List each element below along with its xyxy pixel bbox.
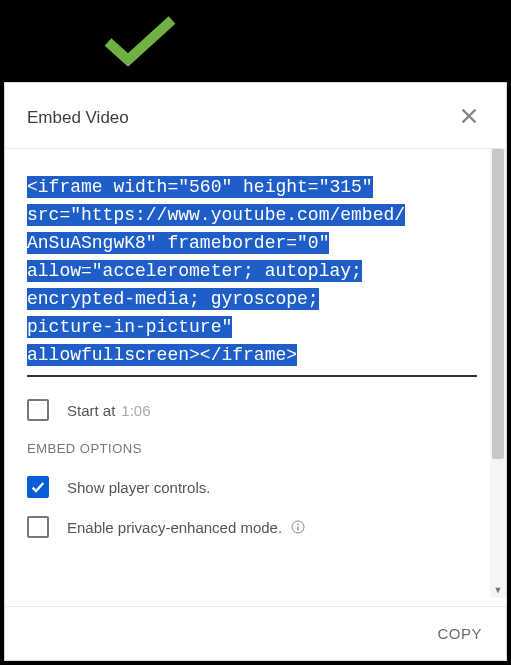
- embed-code[interactable]: <iframe width="560" height="315"src="htt…: [27, 173, 477, 377]
- show-controls-checkbox[interactable]: [27, 476, 49, 498]
- copy-button[interactable]: COPY: [437, 625, 482, 642]
- scrollbar-track[interactable]: ▼: [490, 149, 506, 598]
- scroll-down-arrow[interactable]: ▼: [492, 584, 504, 596]
- embed-dialog: Embed Video <iframe width="560" height="…: [4, 82, 507, 661]
- dialog-footer: COPY: [5, 606, 506, 660]
- start-at-label: Start at: [67, 402, 115, 419]
- start-at-time[interactable]: 1:06: [121, 402, 150, 419]
- scrollbar-thumb[interactable]: [492, 149, 504, 459]
- close-icon: [458, 105, 480, 127]
- option-privacy-enhanced[interactable]: Enable privacy-enhanced mode.: [27, 516, 484, 538]
- privacy-label: Enable privacy-enhanced mode.: [67, 519, 282, 536]
- top-bar: [0, 0, 511, 82]
- start-at-row[interactable]: Start at 1:06: [27, 399, 484, 421]
- dialog-header: Embed Video: [5, 83, 506, 148]
- option-show-controls[interactable]: Show player controls.: [27, 476, 484, 498]
- start-at-checkbox[interactable]: [27, 399, 49, 421]
- checkmark-icon: [100, 14, 180, 69]
- svg-point-1: [297, 524, 299, 526]
- check-icon: [30, 479, 46, 495]
- dialog-title: Embed Video: [27, 108, 129, 128]
- scroll-area: <iframe width="560" height="315"src="htt…: [5, 148, 506, 598]
- embed-options-heading: EMBED OPTIONS: [27, 441, 484, 456]
- show-controls-label: Show player controls.: [67, 479, 210, 496]
- privacy-checkbox[interactable]: [27, 516, 49, 538]
- svg-rect-2: [297, 526, 298, 530]
- close-button[interactable]: [454, 101, 484, 134]
- info-icon[interactable]: [290, 519, 306, 535]
